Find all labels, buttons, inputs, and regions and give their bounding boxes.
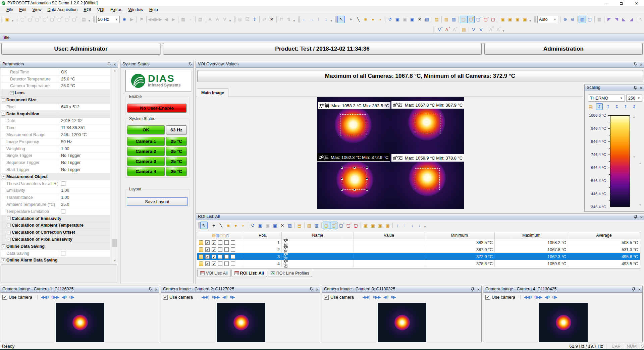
min-spin-up-icon[interactable]: ▲ <box>638 162 643 165</box>
voi-save-icon[interactable]: V <box>477 26 485 33</box>
parameter-group-row[interactable]: −Measurement Object <box>1 173 110 180</box>
tab-voi-list-all[interactable]: VOI List: All <box>197 270 231 277</box>
properties-icon[interactable]: ▤ <box>296 222 303 229</box>
play-icon[interactable]: ▶ <box>128 16 136 23</box>
nudge-up-icon[interactable]: ↑ <box>315 16 322 23</box>
paste-add-icon[interactable]: ▣ <box>271 222 279 229</box>
menu-extras[interactable]: Extras <box>107 6 125 13</box>
roi-point-icon[interactable]: + <box>347 16 355 23</box>
tab-roi-list-all[interactable]: ROI List: All <box>231 270 267 277</box>
expand-icon[interactable]: + <box>7 238 11 241</box>
menu-window[interactable]: Window <box>125 6 146 13</box>
toolbar-overflow-icon[interactable]: ▼ <box>529 16 532 23</box>
toolbar-overflow-icon[interactable]: ▼ <box>423 222 427 229</box>
roi-check-3[interactable] <box>218 261 222 266</box>
collapse-icon[interactable]: − <box>2 244 5 248</box>
min-spin-down-icon[interactable]: ▼ <box>638 203 643 207</box>
fit-window-icon[interactable]: ▥ <box>579 16 586 23</box>
audio-rewind-icon[interactable]: ◀◀0 <box>202 295 209 299</box>
roi-check-5[interactable] <box>231 247 235 252</box>
import-roi-icon[interactable]: ▧ <box>443 16 450 23</box>
parameter-row[interactable]: Single TriggerNo Trigger <box>1 153 110 160</box>
pin-icon[interactable] <box>310 287 313 292</box>
scale-auto-icon[interactable]: ⇕ <box>596 103 603 110</box>
zoom-out-icon[interactable]: ⊖ <box>569 16 576 23</box>
roi-check-5[interactable] <box>231 254 235 259</box>
roi-rect-icon[interactable]: ■ <box>362 16 369 23</box>
seq-forward-icon[interactable]: ▶▶ <box>155 16 162 23</box>
roi-check-1[interactable]: ✓ <box>205 247 210 252</box>
minimize-button[interactable]: — <box>599 0 614 6</box>
pin-icon[interactable] <box>471 287 474 292</box>
parameter-row[interactable]: Sequence TriggerNo Trigger <box>1 159 110 166</box>
collapse-icon[interactable]: − <box>2 175 5 178</box>
layout-8-icon[interactable]: ▢8 <box>70 16 78 23</box>
scale-min-icon[interactable]: ↧ <box>613 103 620 110</box>
pin-icon[interactable] <box>189 62 192 67</box>
menu-roi[interactable]: ROI <box>80 6 94 13</box>
import-roi-icon[interactable]: ▧ <box>306 222 313 229</box>
use-camera-checkbox[interactable]: ✓Use camera◀◀00▶▶◀00▶ <box>163 295 235 300</box>
parameter-row[interactable]: These Parameters for all R( <box>1 180 110 187</box>
menu-file[interactable]: File <box>3 6 16 13</box>
roi-row-1[interactable]: ✓✓1382.5 °C1058.2 °C508.5 °C <box>197 239 640 246</box>
close-button[interactable]: × <box>629 0 644 6</box>
rotate-left-icon[interactable]: ◤ <box>605 16 613 23</box>
align-middle-icon[interactable]: ⇅ <box>285 16 292 23</box>
use-camera-checkbox[interactable]: ✓Use camera◀◀00▶▶◀00▶ <box>324 295 396 300</box>
close-icon[interactable]: × <box>155 287 157 292</box>
menu-edit[interactable]: Edit <box>16 6 30 13</box>
expand-icon[interactable]: + <box>7 217 11 220</box>
audio-forward-icon[interactable]: 0▶▶ <box>534 295 542 299</box>
alarm-cross-icon[interactable]: A✕ <box>487 26 494 33</box>
paste-add-icon[interactable]: ▣ <box>409 16 416 23</box>
parameter-row[interactable]: Emissivity1.00 <box>1 187 110 194</box>
seq-step-back-icon[interactable]: ◀ <box>162 16 170 23</box>
roi-row-4[interactable]: ✓✓4378.8 °C1059.9 °C493.5 °C <box>197 260 640 267</box>
select-pointer-icon[interactable]: ↖ <box>337 16 345 23</box>
move-top-icon[interactable]: ↑ <box>394 222 401 229</box>
roi-select-label-icon[interactable]: ▢A <box>330 222 337 229</box>
undo-icon[interactable]: ↺ <box>249 222 257 229</box>
administration-button[interactable]: Administration <box>484 43 643 55</box>
roi-ellipse-icon[interactable]: ● <box>369 16 377 23</box>
tab-roi-line-profiles[interactable]: ROI: Line Profiles <box>268 270 312 277</box>
roi-check-1[interactable]: ✓ <box>205 240 210 245</box>
parameter-group-row[interactable]: −Online Data Saving <box>1 243 110 250</box>
pin-icon[interactable] <box>634 62 637 67</box>
alarm-add-icon[interactable]: A+ <box>443 26 450 33</box>
undo-icon[interactable]: ↺ <box>386 16 394 23</box>
order-front-icon[interactable]: ▣ <box>499 16 506 23</box>
audio-forward-icon[interactable]: 0▶▶ <box>212 295 220 299</box>
roi-box-4[interactable] <box>415 168 440 190</box>
image-save-icon[interactable]: ▦ <box>179 16 187 23</box>
use-camera-checkbox[interactable]: ✓Use camera◀◀00▶▶◀00▶ <box>485 295 557 300</box>
use-camera-checkbox[interactable]: ✓Use camera◀◀00▶▶◀00▶ <box>2 295 74 300</box>
roi-add-blue-icon[interactable]: ▢+ <box>337 222 345 229</box>
close-icon[interactable]: × <box>638 287 641 292</box>
enable-status-button[interactable]: No User-Enable <box>127 104 186 113</box>
export-roi-icon[interactable]: ▥ <box>450 16 458 23</box>
layout-4-icon[interactable]: ▢4 <box>41 16 48 23</box>
parameter-row[interactable]: Real TimeOK <box>1 69 110 76</box>
roi-check-4[interactable] <box>224 254 229 259</box>
camera-thermal-image[interactable] <box>217 303 265 342</box>
move-down-icon[interactable]: ↓ <box>409 222 416 229</box>
roi-row-3[interactable]: ✓✓3372.9 °C1062.3 °C495.8 °C <box>197 253 640 260</box>
toolbar-overflow-icon[interactable]: ▼ <box>502 26 505 33</box>
audio-step-fwd-icon[interactable]: 0▶ <box>69 295 74 299</box>
collapse-icon[interactable]: − <box>2 98 5 102</box>
roi-check-1[interactable]: ✓ <box>205 261 210 266</box>
roi-box-3[interactable] <box>342 168 367 190</box>
paste-icon[interactable]: ▣ <box>264 222 271 229</box>
nudge-down-icon[interactable]: ↓ <box>322 16 330 23</box>
roi-check-4[interactable] <box>224 261 229 266</box>
roi-line-icon[interactable]: ╲ <box>217 222 225 229</box>
parameter-group-row[interactable]: +Calculation of Pixel Emissivity <box>1 236 110 243</box>
audio-forward-icon[interactable]: 0▶▶ <box>51 295 59 299</box>
image-clear-icon[interactable]: ▫ <box>187 16 194 23</box>
restore-button[interactable] <box>614 0 629 6</box>
audio-step-fwd-icon[interactable]: 0▶ <box>391 295 396 299</box>
layout-2-icon[interactable]: ▢2 <box>26 16 34 23</box>
close-icon[interactable]: × <box>640 86 642 90</box>
